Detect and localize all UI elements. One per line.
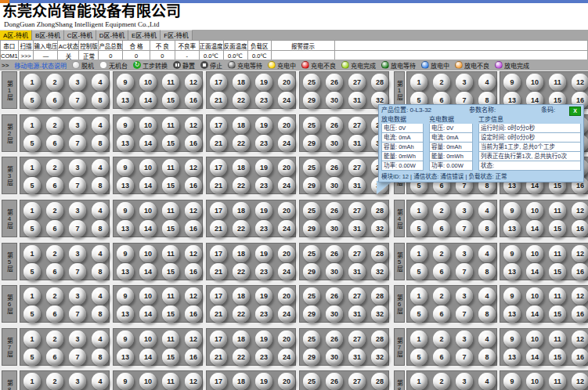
zone-tab-4[interactable]: D区-待机 (96, 30, 128, 40)
battery-cell[interactable]: 2 (433, 245, 450, 262)
battery-cell[interactable]: 18 (233, 245, 250, 262)
battery-cell[interactable]: 29 (303, 348, 320, 366)
battery-cell[interactable]: 8 (92, 135, 109, 152)
battery-cell[interactable]: 11 (162, 74, 179, 91)
battery-cell[interactable]: 9 (503, 330, 521, 348)
battery-cell[interactable]: 32 (371, 305, 388, 323)
battery-cell[interactable]: 3 (456, 245, 473, 262)
battery-cell[interactable]: 1 (23, 373, 41, 390)
battery-cell[interactable]: 17 (210, 330, 227, 348)
battery-cell[interactable]: 13 (117, 135, 134, 152)
battery-cell[interactable]: 11 (549, 202, 566, 219)
battery-cell[interactable]: 25 (303, 117, 320, 134)
battery-cell[interactable]: 30 (326, 348, 343, 366)
battery-cell[interactable]: 19 (255, 159, 272, 176)
battery-cell[interactable]: 14 (139, 135, 157, 152)
battery-cell[interactable]: 19 (255, 330, 272, 348)
battery-cell[interactable]: 15 (162, 263, 179, 280)
battery-cell[interactable]: 21 (210, 92, 227, 109)
battery-cell[interactable]: 4 (92, 245, 109, 262)
battery-cell[interactable]: 16 (572, 305, 588, 323)
battery-cell[interactable]: 8 (92, 92, 109, 109)
battery-cell[interactable]: 25 (303, 287, 320, 305)
battery-cell[interactable]: 23 (255, 263, 272, 280)
battery-cell[interactable]: 22 (233, 263, 250, 280)
battery-cell[interactable]: 6 (46, 92, 63, 109)
battery-cell[interactable]: 2 (433, 287, 450, 305)
battery-cell[interactable]: 28 (371, 287, 388, 305)
battery-cell[interactable]: 14 (526, 220, 543, 237)
battery-cell[interactable]: 31 (348, 92, 366, 109)
battery-cell[interactable]: 25 (303, 74, 320, 91)
battery-cell[interactable]: 20 (278, 74, 295, 91)
battery-cell[interactable]: 7 (456, 305, 473, 323)
battery-cell[interactable]: 25 (303, 159, 320, 176)
battery-cell[interactable]: 19 (255, 245, 272, 262)
battery-cell[interactable]: 4 (92, 330, 109, 348)
battery-cell[interactable]: 8 (92, 220, 109, 237)
battery-cell[interactable]: 10 (139, 287, 157, 305)
battery-cell[interactable]: 24 (278, 305, 295, 323)
battery-cell[interactable]: 8 (92, 348, 109, 366)
battery-cell[interactable]: 3 (69, 117, 86, 134)
battery-cell[interactable]: 26 (326, 202, 343, 219)
battery-cell[interactable]: 4 (478, 74, 496, 91)
battery-cell[interactable]: 2 (433, 373, 450, 390)
battery-cell[interactable]: 13 (117, 92, 134, 109)
battery-cell[interactable]: 30 (326, 135, 343, 152)
battery-cell[interactable]: 20 (278, 373, 295, 390)
battery-cell[interactable]: 9 (503, 287, 521, 305)
battery-cell[interactable]: 12 (572, 330, 588, 348)
battery-cell[interactable]: 7 (69, 348, 86, 366)
battery-cell[interactable]: 2 (46, 117, 63, 134)
battery-cell[interactable]: 9 (117, 245, 134, 262)
battery-cell[interactable]: 4 (478, 330, 496, 348)
battery-cell[interactable]: 17 (210, 245, 227, 262)
battery-cell[interactable]: 11 (162, 159, 179, 176)
battery-cell[interactable]: 1 (410, 373, 427, 390)
battery-cell[interactable]: 10 (139, 74, 157, 91)
zone-tab-2[interactable]: B区-待机 (32, 30, 64, 40)
battery-cell[interactable]: 5 (410, 348, 427, 366)
battery-cell[interactable]: 24 (278, 92, 295, 109)
battery-cell[interactable]: 30 (326, 263, 343, 280)
battery-cell[interactable]: 28 (371, 202, 388, 219)
battery-cell[interactable]: 25 (303, 330, 320, 348)
battery-cell[interactable]: 2 (46, 330, 63, 348)
battery-cell[interactable]: 14 (526, 263, 543, 280)
battery-cell[interactable]: 2 (433, 202, 450, 219)
battery-cell[interactable]: 22 (233, 305, 250, 323)
battery-cell[interactable]: 18 (233, 202, 250, 219)
battery-cell[interactable]: 12 (185, 117, 202, 134)
battery-cell[interactable]: 23 (255, 220, 272, 237)
battery-cell[interactable]: 8 (478, 263, 496, 280)
battery-cell[interactable]: 6 (46, 220, 63, 237)
battery-cell[interactable]: 11 (549, 245, 566, 262)
battery-cell[interactable]: 10 (526, 245, 543, 262)
battery-cell[interactable]: 1 (23, 159, 41, 176)
battery-cell[interactable]: 22 (233, 92, 250, 109)
battery-cell[interactable]: 12 (572, 74, 588, 91)
battery-cell[interactable]: 23 (255, 92, 272, 109)
battery-cell[interactable]: 30 (326, 92, 343, 109)
battery-cell[interactable]: 9 (503, 373, 521, 390)
battery-cell[interactable]: 3 (456, 287, 473, 305)
battery-cell[interactable]: 11 (549, 373, 566, 390)
battery-cell[interactable]: 11 (549, 330, 566, 348)
battery-cell[interactable]: 2 (46, 159, 63, 176)
battery-cell[interactable]: 13 (503, 305, 521, 323)
battery-cell[interactable]: 7 (69, 305, 86, 323)
battery-cell[interactable]: 8 (478, 305, 496, 323)
battery-cell[interactable]: 26 (326, 330, 343, 348)
battery-cell[interactable]: 29 (303, 305, 320, 323)
battery-cell[interactable]: 10 (526, 373, 543, 390)
battery-cell[interactable]: 8 (92, 305, 109, 323)
battery-cell[interactable]: 27 (348, 74, 366, 91)
battery-cell[interactable]: 3 (456, 330, 473, 348)
battery-cell[interactable]: 14 (139, 92, 157, 109)
battery-cell[interactable]: 14 (526, 348, 543, 366)
battery-cell[interactable]: 3 (456, 202, 473, 219)
battery-cell[interactable]: 27 (348, 159, 366, 176)
battery-cell[interactable]: 1 (23, 202, 41, 219)
battery-cell[interactable]: 8 (92, 263, 109, 280)
